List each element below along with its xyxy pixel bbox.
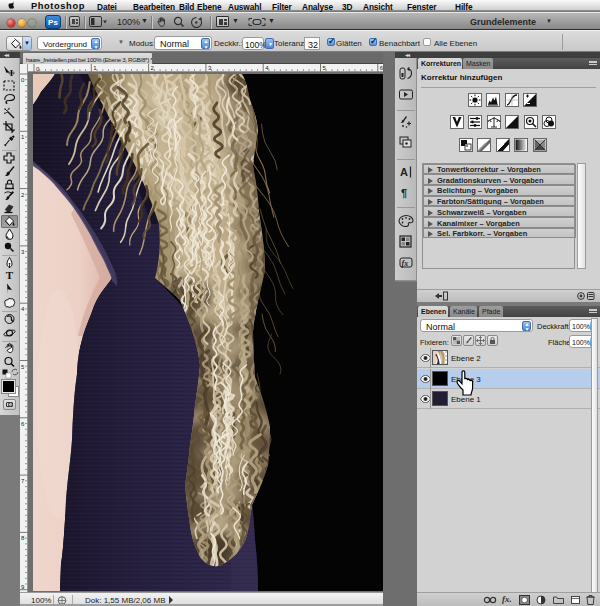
svg-text:9: 9	[21, 584, 25, 590]
svg-text:6: 6	[21, 421, 25, 427]
svg-text:5: 5	[21, 364, 25, 370]
svg-text:2: 2	[21, 192, 25, 198]
svg-text:A: A	[400, 166, 408, 178]
svg-text:7: 7	[21, 478, 25, 484]
svg-text:8: 8	[21, 535, 25, 541]
svg-text:4: 4	[21, 306, 25, 312]
svg-text:1: 1	[21, 134, 25, 140]
svg-text:¶: ¶	[401, 187, 407, 199]
svg-text:0: 0	[21, 77, 25, 83]
svg-text:3: 3	[21, 249, 25, 255]
svg-text:fx: fx	[402, 259, 409, 268]
